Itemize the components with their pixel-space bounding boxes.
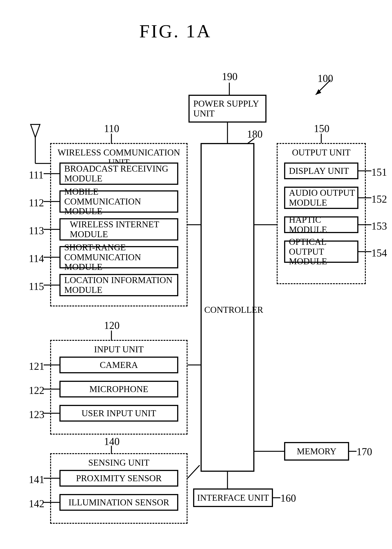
ref-180: 180: [247, 128, 263, 140]
mobile-comm-label: MOBILE COMMUNICATION MODULE: [64, 187, 177, 216]
memory-box: MEMORY: [284, 442, 349, 461]
controller-label: CONTROLLER: [204, 305, 251, 315]
ref-121: 121: [29, 360, 44, 372]
microphone-box: MICROPHONE: [59, 381, 178, 397]
svg-line-29: [188, 465, 200, 478]
ref-115: 115: [29, 281, 44, 292]
illumination-label: ILLUMINATION SENSOR: [69, 498, 169, 507]
svg-marker-16: [316, 89, 321, 95]
display-unit-label: DISPLAY UNIT: [289, 166, 349, 176]
ref-140: 140: [104, 436, 119, 447]
wireless-internet-box: WIRELESS INTERNET MODULE: [59, 218, 178, 240]
haptic-box: HAPTIC MODULE: [284, 216, 358, 233]
ref-113: 113: [29, 225, 44, 237]
optical-output-label: OPTICAL OUTPUT MODULE: [289, 237, 357, 266]
ref-142: 142: [29, 498, 44, 510]
wireless-internet-label: WIRELESS INTERNET MODULE: [64, 219, 159, 239]
mobile-comm-box: MOBILE COMMUNICATION MODULE: [59, 190, 178, 213]
figure-title: FIG. 1A: [139, 21, 211, 42]
sensing-group: SENSING UNIT: [50, 453, 188, 524]
location-info-box: LOCATION INFORMATION MODULE: [59, 274, 178, 296]
ref-160: 160: [280, 492, 296, 504]
ref-151: 151: [371, 166, 387, 178]
ref-120: 120: [104, 319, 119, 331]
user-input-box: USER INPUT UNIT: [59, 405, 178, 422]
display-unit-box: DISPLAY UNIT: [284, 162, 358, 179]
memory-label: MEMORY: [297, 446, 336, 456]
illumination-box: ILLUMINATION SENSOR: [59, 494, 178, 511]
camera-label: CAMERA: [100, 360, 138, 370]
sensing-title: SENSING UNIT: [51, 458, 187, 468]
power-supply-box: POWER SUPPLY UNIT: [189, 95, 266, 123]
ref-122: 122: [29, 384, 44, 396]
interface-unit-box: INTERFACE UNIT: [193, 488, 273, 507]
haptic-label: HAPTIC MODULE: [289, 215, 357, 235]
audio-output-box: AUDIO OUTPUT MODULE: [284, 187, 358, 209]
microphone-label: MICROPHONE: [89, 384, 148, 394]
proximity-label: PROXIMITY SENSOR: [76, 473, 162, 483]
input-title: INPUT UNIT: [51, 345, 187, 354]
ref-150: 150: [314, 123, 329, 134]
ref-110: 110: [104, 123, 119, 134]
ref-114: 114: [29, 253, 44, 264]
short-range-label: SHORT-RANGE COMMUNICATION MODULE: [64, 243, 177, 272]
ref-170: 170: [357, 446, 372, 458]
output-title: OUTPUT UNIT: [278, 148, 365, 157]
ref-190: 190: [222, 70, 238, 83]
camera-box: CAMERA: [59, 357, 178, 373]
optical-output-box: OPTICAL OUTPUT MODULE: [284, 240, 358, 263]
audio-output-label: AUDIO OUTPUT MODULE: [289, 188, 355, 208]
user-input-label: USER INPUT UNIT: [82, 408, 156, 418]
ref-152: 152: [371, 193, 387, 205]
ref-153: 153: [371, 220, 387, 232]
interface-unit-label: INTERFACE UNIT: [197, 493, 269, 503]
ref-111: 111: [29, 169, 44, 181]
ref-123: 123: [29, 408, 44, 421]
ref-154: 154: [371, 247, 387, 259]
ref-100: 100: [318, 72, 333, 84]
ref-141: 141: [29, 474, 44, 486]
ref-112: 112: [29, 197, 44, 209]
location-info-label: LOCATION INFORMATION MODULE: [64, 275, 173, 295]
short-range-box: SHORT-RANGE COMMUNICATION MODULE: [59, 246, 178, 268]
broadcast-receiving-label: BROADCAST RECEIVING MODULE: [64, 164, 168, 183]
power-supply-label: POWER SUPPLY UNIT: [193, 99, 259, 119]
proximity-box: PROXIMITY SENSOR: [59, 470, 178, 487]
broadcast-receiving-box: BROADCAST RECEIVING MODULE: [59, 162, 178, 185]
